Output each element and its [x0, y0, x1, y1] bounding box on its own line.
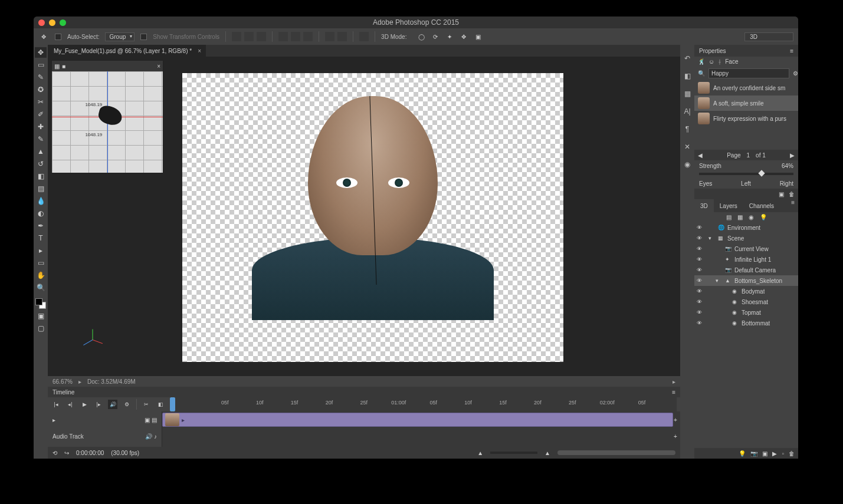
tl-scrollbar[interactable]: [557, 450, 675, 455]
new-light-icon[interactable]: 💡: [739, 450, 746, 457]
dodge-tool[interactable]: ◐: [35, 208, 47, 219]
show-transform-checkbox[interactable]: [140, 34, 147, 40]
distribute-v-icon[interactable]: [337, 32, 347, 41]
zoom-level[interactable]: 66.67%: [53, 378, 73, 385]
new-camera-icon[interactable]: 📷: [750, 450, 757, 457]
quick-select-tool[interactable]: ✪: [35, 84, 47, 95]
align-top-icon[interactable]: [232, 32, 241, 41]
audio-mute-icon[interactable]: 🔊: [145, 433, 152, 440]
path-select-tool[interactable]: ▸: [35, 245, 47, 256]
visibility-toggle-icon[interactable]: 👁: [697, 278, 704, 284]
tl-mute-button[interactable]: 🔊: [108, 400, 117, 409]
crop-tool[interactable]: ✂: [35, 97, 47, 107]
tl-fps[interactable]: (30.00 fps): [111, 450, 139, 456]
trash-icon[interactable]: 🗑: [789, 191, 795, 197]
zoom-tool[interactable]: 🔍: [35, 282, 47, 293]
status-arrow-icon[interactable]: ▸: [673, 378, 675, 385]
eyes-right[interactable]: Right: [780, 180, 793, 187]
zoom-popup-icon[interactable]: ▸: [78, 378, 81, 385]
shape-tool[interactable]: ▭: [35, 258, 47, 268]
visibility-toggle-icon[interactable]: 👁: [697, 267, 704, 273]
auto-select-mode-dropdown[interactable]: Group: [105, 32, 135, 41]
pose-search-input[interactable]: [708, 68, 789, 78]
strength-slider[interactable]: [699, 173, 793, 175]
dock-adjustments-icon[interactable]: A|: [682, 106, 693, 117]
pose-item[interactable]: An overly confident side sm: [694, 80, 798, 95]
3d-scale-icon[interactable]: ▣: [473, 31, 483, 42]
expand-toggle-icon[interactable]: ▾: [716, 278, 723, 284]
dock-swatches-icon[interactable]: ▦: [682, 88, 693, 99]
document-tab[interactable]: My_Fuse_Model(1).psd @ 66.7% (Layer 1, R…: [48, 45, 206, 57]
panel-tab-3d[interactable]: 3D: [694, 199, 714, 212]
navigator-panel[interactable]: ▦ ■ × 1048.19 1048.19: [51, 60, 163, 173]
video-track-header[interactable]: ▸ ▣ ▤: [48, 411, 162, 428]
color-swatches[interactable]: [35, 298, 46, 309]
scene-item[interactable]: 👁◉Bodymat: [694, 286, 798, 297]
visibility-toggle-icon[interactable]: 👁: [697, 288, 704, 294]
3d-slide-icon[interactable]: ✥: [458, 31, 469, 42]
search-settings-icon[interactable]: ⚙: [793, 70, 798, 77]
pose-item[interactable]: A soft, simple smile: [694, 95, 798, 111]
window-minimize-button[interactable]: [49, 19, 55, 26]
align-right-icon[interactable]: [303, 32, 313, 41]
dock-history-icon[interactable]: ↶: [682, 53, 693, 64]
scene-item[interactable]: 👁◉Shoesmat: [694, 297, 798, 307]
auto-align-icon[interactable]: [359, 32, 369, 41]
visibility-toggle-icon[interactable]: 👁: [697, 246, 704, 252]
filter-material-icon[interactable]: ◉: [749, 214, 754, 220]
3d-orbit-icon[interactable]: ◯: [416, 31, 427, 42]
timeline-menu-icon[interactable]: ≡: [672, 389, 675, 396]
eyedropper-tool[interactable]: ✐: [35, 109, 47, 120]
panel-tab-menu-icon[interactable]: ≡: [788, 199, 798, 212]
3d-pan-icon[interactable]: ✦: [444, 31, 455, 42]
tl-zoom-out-icon[interactable]: ▲: [477, 450, 483, 456]
panel-tab-layers[interactable]: Layers: [714, 199, 743, 212]
navigator-preview[interactable]: 1048.19 1048.19: [52, 71, 163, 173]
move-tool[interactable]: ✥: [35, 47, 47, 58]
brush-tool[interactable]: ✎: [35, 134, 47, 144]
audio-track-header[interactable]: Audio Track 🔊 ♪: [48, 428, 162, 444]
window-close-button[interactable]: [38, 19, 45, 26]
pen-tool[interactable]: ✒: [35, 220, 47, 231]
tl-zoom-slider[interactable]: [490, 452, 537, 454]
canvas-area[interactable]: ▦ ■ × 1048.19 1048.19: [48, 57, 680, 376]
nav-close-icon[interactable]: ×: [157, 63, 160, 70]
marquee-tool[interactable]: ▭: [35, 60, 47, 70]
tl-settings-button[interactable]: ⚙: [122, 400, 132, 409]
face-icon[interactable]: ☺: [708, 58, 714, 65]
3d-roll-icon[interactable]: ⟳: [430, 31, 441, 42]
foreground-color-swatch[interactable]: [35, 298, 42, 305]
history-brush-tool[interactable]: ↺: [35, 159, 47, 169]
eraser-tool[interactable]: ◧: [35, 171, 47, 182]
align-hcenter-icon[interactable]: [291, 32, 300, 41]
scene-item[interactable]: 👁▾▲Bottoms_Skeleton: [694, 275, 798, 286]
visibility-toggle-icon[interactable]: 👁: [697, 309, 704, 315]
expand-toggle-icon[interactable]: ▾: [708, 235, 716, 241]
move-tool-icon[interactable]: ✥: [38, 31, 49, 42]
pager-prev-button[interactable]: ◀: [698, 152, 703, 159]
visibility-toggle-icon[interactable]: 👁: [697, 225, 704, 230]
tl-time[interactable]: 0:00:00:00: [76, 450, 104, 456]
filter-light-icon[interactable]: 💡: [760, 214, 767, 220]
3d-axis-gizmo[interactable]: [81, 328, 104, 351]
blur-tool[interactable]: 💧: [35, 196, 47, 206]
scene-item[interactable]: 👁◉Topmat: [694, 307, 798, 318]
canvas-viewport[interactable]: [182, 73, 563, 362]
visibility-toggle-icon[interactable]: 👁: [697, 235, 704, 241]
pager-next-button[interactable]: ▶: [790, 152, 795, 159]
scene-item[interactable]: 👁📷Current View: [694, 243, 798, 254]
stamp-tool[interactable]: ▲: [35, 146, 47, 157]
pose-item[interactable]: Flirty expression with a purs: [694, 111, 798, 126]
distribute-h-icon[interactable]: [325, 32, 334, 41]
dock-color-icon[interactable]: ◧: [682, 71, 693, 81]
duplicate-icon[interactable]: ▣: [779, 191, 784, 197]
window-zoom-button[interactable]: [60, 19, 66, 26]
nav-video-icon[interactable]: ■: [62, 63, 65, 70]
render-icon[interactable]: ▶: [772, 450, 777, 457]
align-vcenter-icon[interactable]: [244, 32, 254, 41]
tl-loop-icon[interactable]: ⟲: [53, 450, 57, 456]
align-left-icon[interactable]: [278, 32, 288, 41]
new-layer-icon[interactable]: ▫: [782, 450, 784, 457]
tl-split-button[interactable]: ✂: [142, 400, 151, 409]
audio-note-icon[interactable]: ♪: [154, 433, 157, 440]
